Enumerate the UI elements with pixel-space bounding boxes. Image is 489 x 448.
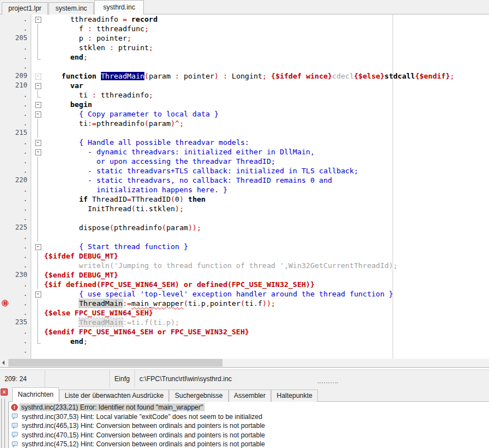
code-line[interactable]: . - static threadvars+TLS callback: init… [0, 166, 489, 176]
gutter-marks[interactable] [0, 43, 10, 52]
gutter-marks[interactable] [0, 33, 10, 43]
message-row[interactable]: systhrd.inc(470,15) Hint: Conversion bet… [9, 431, 489, 440]
code-line[interactable]: .{$if defined(FPC_USE_WIN64_SEH) or defi… [0, 280, 489, 289]
message-row[interactable]: !systhrd.inc(233,21) Error: Identifier n… [9, 403, 489, 412]
fold-toggle-icon[interactable] [32, 14, 43, 24]
fold-toggle-icon[interactable] [32, 147, 43, 157]
code-line[interactable]: . initialization happens here. } [0, 185, 489, 194]
tab-systhrd-inc[interactable]: systhrd.inc [94, 0, 144, 14]
code-line[interactable]: . writeln('Jumping to thread function of… [0, 261, 489, 270]
gutter-marks[interactable] [0, 213, 10, 223]
code-line[interactable]: . ti:=pthreadinfo(param)^; [0, 119, 489, 128]
code-line[interactable]: .{$ifdef DEBUG_MT} [0, 251, 489, 261]
message-row[interactable]: systhrd.inc(307,53) Hint: Local variable… [9, 412, 489, 422]
code-line[interactable]: 220 - static threadvars, no callback: Th… [0, 176, 489, 185]
gutter-marks[interactable] [0, 223, 10, 232]
code-line[interactable]: . begin [0, 100, 489, 109]
code-line[interactable]: . f : tthreadfunc; [0, 24, 489, 33]
fold-toggle-icon[interactable] [32, 81, 43, 90]
gutter-marks[interactable] [0, 327, 10, 337]
gutter-marks[interactable] [0, 90, 10, 100]
gutter-marks[interactable] [0, 318, 10, 327]
gutter-marks[interactable] [0, 280, 10, 289]
horizontal-scrollbar[interactable] [0, 359, 489, 367]
gutter-marks[interactable] [0, 176, 10, 185]
code-line[interactable]: . or upon accessing the threadvar Thread… [0, 157, 489, 166]
gutter-marks[interactable] [0, 204, 10, 213]
fold-toggle-icon[interactable] [32, 71, 43, 81]
code-line[interactable]: . ti : tthreadinfo; [0, 90, 489, 100]
gutter-marks[interactable] [0, 242, 10, 251]
code-line[interactable]: 230{$endif DEBUG_MT} [0, 270, 489, 280]
gutter-marks[interactable] [0, 100, 10, 109]
code-line[interactable]: .{$endif FPC_USE_WIN64_SEH or FPC_USE_WI… [0, 327, 489, 337]
tab-system-inc[interactable]: system.inc [49, 2, 94, 14]
code-line[interactable]: . { use special 'top-level' exception ha… [0, 289, 489, 299]
tab-search-results[interactable]: Suchergebnisse [169, 389, 228, 402]
code-line[interactable]: .{$else FPC_USE_WIN64_SEH} [0, 308, 489, 318]
tab-breakpoints[interactable]: Haltepunkte [271, 389, 318, 402]
message-row[interactable]: systhrd.inc(475,12) Hint: Conversion bet… [9, 440, 489, 448]
fold-toggle-icon[interactable] [32, 289, 43, 299]
gutter-marks[interactable] [0, 232, 10, 242]
code-line[interactable]: . end; [0, 52, 489, 62]
vertical-grip-handle[interactable] [1, 398, 5, 448]
gutter-marks[interactable] [0, 119, 10, 128]
gutter-marks[interactable] [0, 109, 10, 119]
fold-toggle-icon[interactable] [32, 138, 43, 147]
tab-nachrichten[interactable]: Nachrichten [12, 387, 59, 402]
code-line[interactable]: . if ThreadID=TThreadID(0) then [0, 194, 489, 204]
gutter-marks[interactable] [0, 128, 10, 138]
tab-project1-lpr[interactable]: project1.lpr [2, 2, 48, 14]
gutter-marks[interactable] [0, 299, 10, 308]
source-editor[interactable]: . tthreadinfo = record. f : tthreadfunc;… [0, 14, 489, 359]
gutter-marks[interactable] [0, 14, 10, 24]
close-messages-button[interactable]: x [1, 388, 8, 396]
code-line[interactable]: 225 dispose(pthreadinfo(param)); [0, 223, 489, 232]
code-line[interactable]: 209 function ThreadMain(param : pointer)… [0, 71, 489, 81]
gutter-marks[interactable] [0, 185, 10, 194]
gutter-marks[interactable] [0, 157, 10, 166]
gutter-marks[interactable] [0, 166, 10, 176]
fold-toggle-icon[interactable] [32, 100, 43, 109]
gutter-marks[interactable] [0, 337, 10, 346]
code-line[interactable]: . { Start thread function } [0, 242, 489, 251]
splitter-grip-icon[interactable] [318, 382, 338, 383]
message-row[interactable]: systhrd.inc(465,13) Hint: Conversion bet… [9, 421, 489, 431]
tab-assembler[interactable]: Assembler [229, 389, 272, 402]
code-line[interactable]: . { Copy parameter to local data } [0, 109, 489, 119]
fold-toggle-icon[interactable] [32, 109, 43, 119]
code-line[interactable]: . [0, 213, 489, 223]
code-line[interactable]: . [0, 232, 489, 242]
code-line[interactable]: 210 var [0, 81, 489, 90]
fold-toggle-icon[interactable] [32, 242, 43, 251]
code-line[interactable]: . ThreadMain:=main_wrapper(ti.p,pointer(… [0, 299, 489, 308]
gutter-marks[interactable] [0, 261, 10, 270]
gutter-marks[interactable] [0, 138, 10, 147]
code-line[interactable]: . InitThread(ti.stklen); [0, 204, 489, 213]
code-line[interactable]: 205 p : pointer; [0, 33, 489, 43]
code-line[interactable]: . end; [0, 337, 489, 346]
code-line[interactable]: . [0, 346, 489, 356]
gutter-marks[interactable] [0, 81, 10, 90]
gutter-marks[interactable] [0, 194, 10, 204]
gutter-marks[interactable] [0, 251, 10, 261]
gutter-marks[interactable] [0, 71, 10, 81]
gutter-marks[interactable] [0, 52, 10, 62]
code-line[interactable]: . stklen : ptruint; [0, 43, 489, 52]
code-line[interactable]: 215 [0, 128, 489, 138]
code-line[interactable]: . tthreadinfo = record [0, 14, 489, 24]
gutter-marks[interactable] [0, 289, 10, 299]
gutter-marks[interactable] [0, 346, 10, 356]
code-line[interactable]: . [0, 62, 489, 71]
scroll-left-arrow-icon[interactable] [0, 359, 8, 367]
code-line[interactable]: . { Handle all possible threadvar models… [0, 138, 489, 147]
gutter-marks[interactable] [0, 308, 10, 318]
tab-watch-list[interactable]: Liste der überwachten Ausdrücke [59, 389, 169, 402]
gutter-marks[interactable] [0, 24, 10, 33]
code-line[interactable]: . - dynamic threadvars: initialized eith… [0, 147, 489, 157]
code-line[interactable]: 235 ThreadMain:=ti.f(ti.p); [0, 318, 489, 327]
gutter-marks[interactable] [0, 147, 10, 157]
gutter-marks[interactable] [0, 62, 10, 71]
scrollbar-thumb[interactable] [8, 359, 222, 367]
